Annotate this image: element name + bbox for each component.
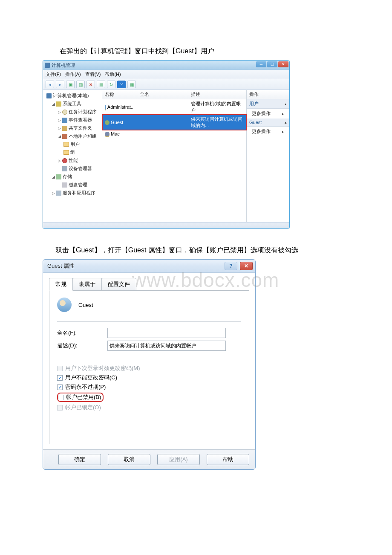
menu-action[interactable]: 操作(A) [65, 71, 81, 78]
up-button[interactable]: ▣ [66, 81, 75, 88]
performance-icon [62, 158, 67, 163]
refresh-button[interactable]: ↻ [107, 81, 115, 88]
tree-root[interactable]: 计算机管理(本地) [43, 92, 102, 100]
back-button[interactable]: ◄ [46, 81, 54, 88]
event-icon [62, 118, 67, 123]
folder-icon [63, 142, 69, 147]
tools-icon [56, 101, 61, 107]
tree-sharedfolders[interactable]: ▷共享文件夹 [43, 124, 102, 132]
tree-devicemgr[interactable]: 设备管理器 [43, 165, 102, 173]
actions-header: 操作 [247, 90, 289, 99]
tree-groups[interactable]: 组 [43, 148, 102, 156]
user-icon [105, 120, 110, 125]
column-name[interactable]: 名称 [102, 90, 137, 99]
computer-icon [46, 93, 52, 98]
menu-bar: 文件(F) 操作(A) 查看(V) 帮助(H) [43, 70, 289, 79]
window-titlebar[interactable]: 计算机管理 ─ ☐ ✕ [43, 61, 289, 70]
fullname-input[interactable] [107, 328, 226, 338]
column-fullname[interactable]: 全名 [137, 90, 188, 99]
user-icon [105, 132, 110, 136]
minimize-button[interactable]: ─ [256, 61, 266, 67]
tree-services[interactable]: ▷服务和应用程序 [43, 189, 102, 197]
folder-icon [63, 150, 69, 155]
tab-content-general: Guest 全名(F): 描述(D): 用户下次登录时须更改密码(M) [49, 291, 249, 444]
checkbox-label: 帐户已锁定(O) [65, 404, 101, 411]
users-list: 名称 全名 描述 Administrat... 管理计算机(域)的内置帐户 Gu… [102, 90, 247, 222]
tree-users[interactable]: 用户 [43, 140, 102, 148]
tree-eventviewer[interactable]: ▷事件查看器 [43, 116, 102, 124]
tree-label: 设备管理器 [69, 165, 92, 172]
tree-label: 性能 [69, 157, 78, 164]
checkbox-accountdisabled[interactable] [58, 395, 63, 400]
tree-label: 磁盘管理 [69, 182, 87, 188]
column-description[interactable]: 描述 [188, 90, 246, 99]
tree-localusers[interactable]: ◢本地用户和组 [43, 132, 102, 140]
user-row-guest[interactable]: Guest 供来宾访问计算机或访问域的内... [102, 115, 246, 130]
cell-desc [188, 131, 246, 137]
forward-button[interactable]: ► [56, 81, 64, 88]
checkbox-row-cantchange[interactable]: 用户不能更改密码(C) [57, 374, 241, 382]
cell-fullname [137, 100, 188, 114]
tree-label: 本地用户和组 [69, 133, 97, 139]
actions-item-label: 更多操作 [252, 128, 271, 135]
dialog-titlebar[interactable]: Guest 属性 ? ✕ [43, 260, 255, 273]
tree-storage[interactable]: ◢存储 [43, 173, 102, 181]
tree-label: 系统工具 [63, 101, 81, 107]
tree-systools[interactable]: ◢系统工具 [43, 100, 102, 108]
tab-general[interactable]: 常规 [49, 278, 73, 291]
menu-help[interactable]: 帮助(H) [105, 71, 121, 78]
tree-label: 组 [70, 149, 75, 156]
instruction-text-2: 双击【Guest】，打开【Guest 属性】窗口，确保【账户已禁用】选项没有被勾… [55, 246, 349, 255]
close-button[interactable]: ✕ [278, 61, 288, 67]
cell-fullname [137, 116, 188, 129]
dialog-title: Guest 属性 [47, 262, 75, 270]
checkbox-row-locked: 帐户已锁定(O) [57, 404, 241, 411]
actions-section-guest[interactable]: Guest▴ [247, 119, 289, 127]
checkbox-cantchange[interactable] [57, 375, 63, 381]
cell-name: Mac [111, 131, 120, 136]
show-hide-button[interactable]: ▥ [76, 81, 85, 88]
tab-memberof[interactable]: 隶属于 [72, 278, 102, 290]
checkbox-label: 用户不能更改密码(C) [65, 374, 117, 382]
checkbox-row-neverexpire[interactable]: 密码永不过期(P) [57, 383, 241, 391]
maximize-button[interactable]: ☐ [267, 61, 277, 67]
cancel-button[interactable]: 取消 [108, 454, 150, 465]
tree-scheduler[interactable]: ▷任务计划程序 [43, 108, 102, 116]
help-button[interactable]: ? [117, 81, 126, 88]
actions-more-1[interactable]: 更多操作▸ [247, 109, 289, 119]
menu-view[interactable]: 查看(V) [85, 71, 101, 78]
toolbar: ◄ ► ▣ ▥ ✕ ▤ ↻ ? ▦ [43, 79, 289, 90]
disk-icon [62, 182, 67, 188]
cell-name: Guest [111, 120, 123, 125]
cell-name: Administrat... [107, 104, 135, 110]
device-icon [62, 166, 67, 171]
actions-section-users[interactable]: 用户▴ [247, 99, 289, 109]
actions-item-label: 更多操作 [252, 110, 271, 117]
share-icon [62, 126, 67, 131]
tree-diskmgmt[interactable]: 磁盘管理 [43, 181, 102, 189]
checkbox-neverexpire[interactable] [57, 384, 63, 390]
menu-file[interactable]: 文件(F) [46, 71, 61, 78]
user-avatar-icon [57, 298, 72, 312]
delete-button[interactable]: ✕ [86, 81, 95, 88]
tree-root-label: 计算机管理(本地) [53, 92, 89, 99]
user-row-administrator[interactable]: Administrat... 管理计算机(域)的内置帐户 [102, 99, 246, 115]
close-button[interactable]: ✕ [240, 262, 253, 270]
export-button[interactable]: ▦ [127, 81, 136, 88]
tab-profile[interactable]: 配置文件 [101, 278, 136, 290]
ok-button[interactable]: 确定 [58, 454, 101, 465]
dialog-button-bar: 确定 取消 应用(A) 帮助 [43, 449, 255, 469]
tree-performance[interactable]: ▷性能 [43, 156, 102, 165]
navigation-tree[interactable]: 计算机管理(本地) ◢系统工具 ▷任务计划程序 ▷事件查看器 ▷共享文件夹 ◢本… [43, 90, 102, 222]
context-help-button[interactable]: ? [225, 262, 237, 270]
properties-button[interactable]: ▤ [97, 81, 105, 88]
help-button[interactable]: 帮助 [207, 454, 249, 465]
cell-fullname [137, 131, 188, 137]
actions-more-2[interactable]: 更多操作▸ [247, 127, 289, 136]
actions-pane: 操作 用户▴ 更多操作▸ Guest▴ 更多操作▸ [247, 90, 289, 222]
guest-properties-dialog: Guest 属性 ? ✕ 常规 隶属于 配置文件 Guest 全名(F): [43, 259, 256, 470]
chevron-right-icon: ▸ [282, 112, 284, 116]
user-row-mac[interactable]: Mac [102, 130, 246, 138]
apply-button[interactable]: 应用(A) [157, 454, 200, 465]
description-input[interactable] [107, 341, 226, 351]
